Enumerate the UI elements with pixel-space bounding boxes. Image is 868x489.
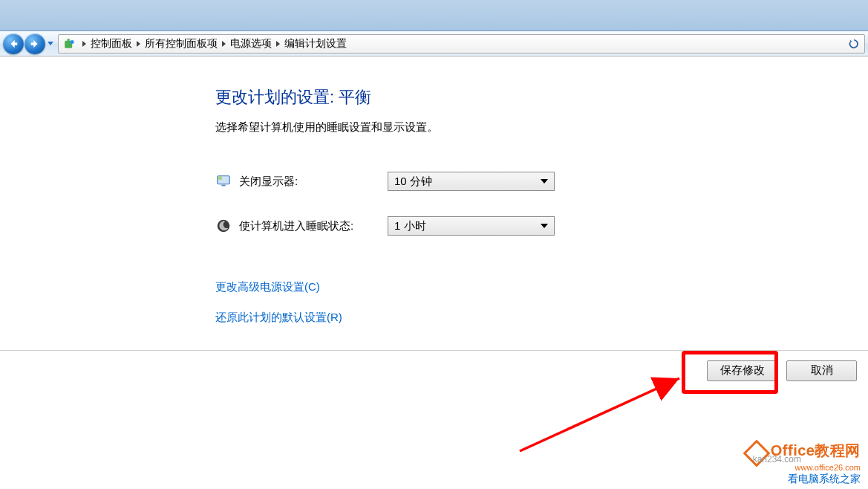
sleep-value: 1 小时 — [394, 219, 426, 233]
main-content: 更改计划的设置: 平衡 选择希望计算机使用的睡眠设置和显示设置。 关闭显示器: … — [0, 56, 868, 325]
window-titlebar — [0, 0, 868, 31]
display-off-label: 关闭显示器: — [239, 175, 388, 189]
sleep-dropdown[interactable]: 1 小时 — [388, 216, 555, 236]
display-off-dropdown[interactable]: 10 分钟 — [388, 172, 555, 191]
watermark: Office教程网 kan234.com www.office26.com 看电… — [747, 441, 861, 485]
arrow-right-icon — [30, 39, 40, 49]
battery-icon — [62, 36, 76, 51]
watermark-sub: 看电脑系统之家 — [747, 473, 861, 485]
chevron-right-icon — [222, 41, 226, 47]
watermark-overlay: kan234.com — [753, 454, 801, 464]
arrow-left-icon — [8, 39, 19, 49]
refresh-icon — [849, 39, 859, 49]
chevron-right-icon — [137, 41, 140, 47]
breadcrumb-item-control-panel[interactable]: 控制面板 — [91, 37, 132, 51]
chevron-down-icon — [541, 224, 548, 228]
display-off-value: 10 分钟 — [394, 175, 432, 189]
save-button[interactable]: 保存修改 — [707, 360, 777, 381]
breadcrumb-item-all-items[interactable]: 所有控制面板项 — [145, 37, 218, 51]
history-dropdown-icon[interactable] — [48, 42, 53, 45]
breadcrumb[interactable]: 控制面板 所有控制面板项 电源选项 编辑计划设置 — [58, 34, 865, 54]
svg-point-5 — [218, 176, 223, 181]
navigation-bar: 控制面板 所有控制面板项 电源选项 编辑计划设置 — [0, 31, 868, 56]
svg-point-2 — [71, 40, 74, 44]
setting-row-sleep: 使计算机进入睡眠状态: 1 小时 — [215, 216, 868, 236]
setting-row-display: 关闭显示器: 10 分钟 — [215, 172, 868, 191]
chevron-right-icon — [82, 41, 86, 47]
chevron-down-icon — [541, 179, 548, 184]
forward-button[interactable] — [25, 33, 45, 54]
page-subtitle: 选择希望计算机使用的睡眠设置和显示设置。 — [215, 120, 868, 135]
restore-defaults-link[interactable]: 还原此计划的默认设置(R) — [215, 311, 868, 325]
sleep-label: 使计算机进入睡眠状态: — [239, 219, 388, 233]
back-button[interactable] — [3, 33, 24, 54]
chevron-right-icon — [276, 41, 280, 47]
page-title: 更改计划的设置: 平衡 — [215, 86, 868, 109]
advanced-settings-link[interactable]: 更改高级电源设置(C) — [215, 280, 868, 294]
breadcrumb-item-edit-plan[interactable]: 编辑计划设置 — [284, 37, 347, 51]
moon-icon — [215, 218, 232, 234]
svg-rect-1 — [68, 39, 70, 41]
svg-rect-4 — [221, 185, 226, 187]
cancel-button[interactable]: 取消 — [786, 360, 857, 381]
monitor-icon — [215, 173, 232, 190]
links-section: 更改高级电源设置(C) 还原此计划的默认设置(R) — [215, 280, 868, 325]
refresh-button[interactable] — [845, 35, 863, 53]
footer-bar: 保存修改 取消 — [0, 350, 868, 390]
breadcrumb-item-power-options[interactable]: 电源选项 — [230, 37, 272, 51]
